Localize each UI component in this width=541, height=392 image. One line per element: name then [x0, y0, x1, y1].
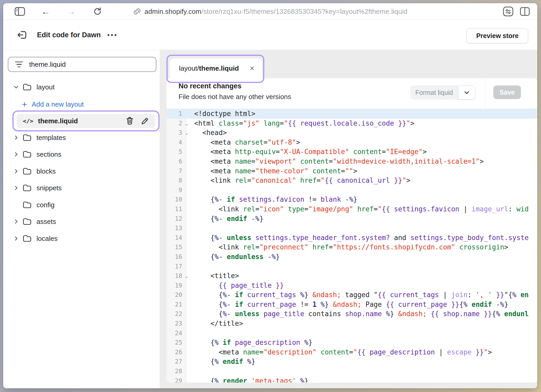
line-number: 28 — [167, 366, 186, 376]
fold-arrow-icon[interactable]: ⌄ — [185, 119, 188, 129]
fold-arrow-icon[interactable]: ⌄ — [185, 129, 188, 138]
line-number: 1 — [167, 109, 186, 119]
code-line-text: <link rel="preconnect" href="https://fon… — [186, 242, 508, 252]
code-line-text: {% render 'meta-tags' %} — [186, 376, 308, 383]
code-line[interactable]: 28 — [167, 366, 537, 376]
line-number: 18⌄ — [167, 271, 186, 281]
add-new-layout-button[interactable]: + Add a new layout — [22, 96, 84, 113]
line-number: 6 — [167, 157, 186, 166]
page-settings-button[interactable] — [502, 3, 514, 20]
code-line[interactable]: 24 — [167, 328, 537, 338]
code-line[interactable]: 22 {%- unless page_title contains shop.n… — [167, 309, 537, 319]
line-number: 12 — [167, 214, 186, 224]
code-line[interactable]: 20 {%- if current_tags %} &ndash; tagged… — [167, 290, 537, 300]
back-button[interactable]: ← — [41, 3, 50, 20]
version-status-title: No recent changes — [179, 82, 242, 90]
folder-label: layout — [36, 83, 54, 91]
folder-icon — [22, 201, 32, 209]
code-line[interactable]: 7 <meta name="theme-color" content=""> — [167, 166, 537, 176]
code-line[interactable]: 6 <meta name="viewport" content="width=d… — [167, 157, 537, 166]
sidebar-folder-blocks[interactable]: blocks — [3, 163, 160, 180]
code-line[interactable]: 29 {% render 'meta-tags' %} — [167, 376, 537, 383]
sidebar-folder-locales[interactable]: locales — [3, 230, 160, 247]
format-liquid-button[interactable]: Format liquid — [410, 85, 458, 100]
code-line[interactable]: 19 {{ page_title }} — [167, 281, 537, 290]
code-line[interactable]: 11 <link rel="icon" type="image/png" hre… — [167, 204, 537, 214]
code-line[interactable]: 23 </title> — [167, 319, 537, 328]
sidebar-folder-templates[interactable]: templates — [3, 129, 160, 146]
code-line-text — [186, 328, 194, 338]
rename-file-button[interactable] — [141, 117, 149, 125]
line-number: 20 — [167, 290, 186, 300]
code-line[interactable]: 2⌄<html class="js" lang="{{ request.loca… — [167, 119, 537, 128]
sidebar-folder-config[interactable]: config — [3, 197, 160, 213]
more-actions-button[interactable]: ••• — [107, 20, 118, 50]
line-number: 27 — [167, 357, 186, 366]
code-line[interactable]: 15 <link rel="preconnect" href="https://… — [167, 242, 537, 252]
folder-label: sections — [36, 150, 61, 158]
delete-file-button[interactable] — [126, 117, 134, 125]
annotation-highlight-sidebar: </> theme.liquid — [13, 111, 159, 131]
save-button[interactable]: Save — [493, 85, 521, 99]
code-editor[interactable]: 1<!doctype html>2⌄<html class="js" lang=… — [167, 109, 537, 383]
code-line-text: <meta name="theme-color" content=""> — [186, 166, 357, 176]
code-line[interactable]: 1<!doctype html> — [167, 109, 537, 119]
forward-button[interactable]: → — [67, 3, 76, 20]
code-line-text: <meta charset="utf-8"> — [186, 138, 300, 147]
code-line[interactable]: 8 <link rel="canonical" href="{{ canonic… — [167, 176, 537, 185]
code-line[interactable]: 17 — [167, 262, 537, 271]
code-line[interactable]: 3⌄ <head> — [167, 128, 537, 138]
pencil-icon — [141, 117, 149, 125]
code-line[interactable]: 10 {%- if settings.favicon != blank -%} — [167, 195, 537, 204]
code-line[interactable]: 25 {% if page_description %} — [167, 338, 537, 347]
preview-store-button[interactable]: Preview store — [466, 28, 528, 43]
line-number: 9 — [167, 185, 186, 195]
sidebar-file-theme-liquid[interactable]: </> theme.liquid — [17, 114, 155, 128]
code-line[interactable]: 14 {%- unless settings.type_header_font.… — [167, 233, 537, 243]
back-arrow-icon: ← — [41, 3, 50, 20]
tab-file-name: theme.liquid — [199, 64, 239, 72]
code-line[interactable]: 13 — [167, 223, 537, 233]
sidebar-folder-snippets[interactable]: snippets — [3, 180, 160, 196]
tab-layout-theme-liquid[interactable]: layout/theme.liquid × — [170, 58, 262, 78]
code-line-text: {%- if current_page != 1 %} &ndash; Page… — [186, 300, 508, 309]
code-line-text: {%- endif -%} — [186, 214, 263, 224]
close-tab-icon[interactable]: × — [250, 64, 254, 72]
code-line[interactable]: 21 {%- if current_page != 1 %} &ndash; P… — [167, 300, 537, 309]
exit-icon — [17, 29, 28, 40]
code-line[interactable]: 5 <meta http-equiv="X-UA-Compatible" con… — [167, 147, 537, 157]
reload-button[interactable] — [93, 3, 102, 20]
format-liquid-split-button: Format liquid — [410, 85, 475, 100]
code-line[interactable]: 9 — [167, 185, 537, 195]
url-host: admin.shopify.com — [145, 8, 201, 15]
code-line[interactable]: 26 <meta name="description" content="{{ … — [167, 347, 537, 357]
content-area: theme.liquid layout + Add a new layout — [3, 50, 537, 388]
code-line[interactable]: 18⌄ <title> — [167, 271, 537, 281]
code-line[interactable]: 16 {%- endunless -%} — [167, 252, 537, 262]
code-line[interactable]: 4 <meta charset="utf-8"> — [167, 138, 537, 147]
chevron-right-icon — [13, 236, 19, 241]
exit-editor-button[interactable] — [17, 20, 28, 50]
sidebar-folder-assets[interactable]: assets — [3, 213, 160, 230]
forward-arrow-icon: → — [67, 3, 76, 20]
line-number: 13 — [167, 223, 186, 233]
address-bar[interactable]: admin.shopify.com/store/rzq1xu-f5/themes… — [3, 3, 537, 20]
line-number: 2⌄ — [167, 119, 186, 128]
folder-icon — [22, 217, 32, 226]
sidebar-folder-layout[interactable]: layout — [3, 79, 160, 95]
code-line-text: <meta http-equiv="X-UA-Compatible" conte… — [186, 147, 427, 157]
code-line[interactable]: 27 {% endif %} — [167, 357, 537, 366]
code-file-icon: </> — [23, 118, 33, 124]
fold-arrow-icon[interactable]: ⌄ — [185, 272, 188, 281]
chevron-right-icon — [13, 185, 19, 191]
code-line-text: <link rel="icon" type="image/png" href="… — [186, 204, 529, 214]
code-line[interactable]: 12 {%- endif -%} — [167, 214, 537, 224]
split-view-button[interactable] — [520, 3, 530, 20]
chevron-right-icon — [13, 168, 19, 174]
sidebar-toggle-button[interactable] — [15, 3, 25, 20]
folder-label: snippets — [36, 184, 62, 192]
format-options-button[interactable] — [458, 85, 475, 100]
file-search-input[interactable]: theme.liquid — [8, 57, 156, 72]
line-number: 25 — [167, 338, 186, 347]
sidebar-folder-sections[interactable]: sections — [3, 146, 160, 163]
